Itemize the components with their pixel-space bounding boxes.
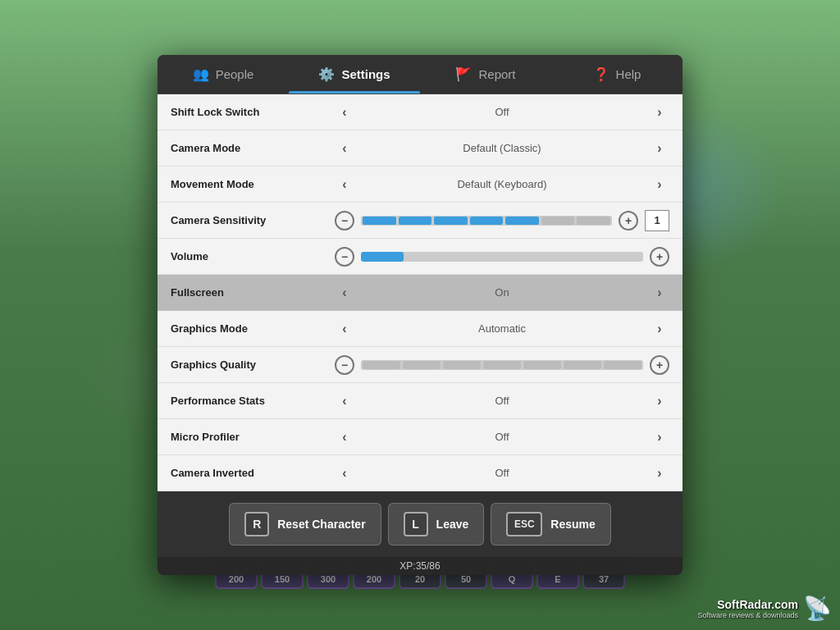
resume-button[interactable]: ESC Resume: [491, 503, 610, 546]
camera-inverted-label: Camera Inverted: [171, 467, 335, 479]
settings-icon: ⚙️: [318, 66, 335, 82]
watermark-title: SoftRadar.com: [697, 598, 798, 611]
fullscreen-label: Fullscreen: [171, 286, 335, 299]
movement-mode-left[interactable]: ‹: [335, 175, 354, 194]
volume-fill: [361, 252, 404, 262]
slider-seg-2: [399, 217, 432, 225]
camera-mode-control: ‹ Default (Classic) ›: [335, 139, 669, 158]
camera-sensitivity-label: Camera Sensitivity: [171, 214, 335, 226]
movement-mode-control: ‹ Default (Keyboard) ›: [335, 175, 669, 194]
watermark-subtitle: Software reviews & downloads: [697, 611, 798, 619]
camera-inverted-value: Off: [361, 467, 643, 479]
xp-text: XP:35/86: [399, 560, 440, 572]
slider-seg-7: [577, 217, 610, 225]
reset-character-label: Reset Character: [277, 518, 365, 531]
movement-mode-right[interactable]: ›: [650, 175, 669, 194]
tab-report[interactable]: 🚩 Report: [420, 55, 551, 94]
volume-increase[interactable]: +: [650, 247, 669, 267]
camera-inverted-left[interactable]: ‹: [335, 463, 354, 483]
setting-fullscreen: Fullscreen ‹ On ›: [158, 275, 682, 311]
graphics-mode-control: ‹ Automatic ›: [335, 319, 669, 339]
micro-profiler-value: Off: [361, 431, 643, 443]
setting-micro-profiler: Micro Profiler ‹ Off ›: [158, 419, 682, 455]
fullscreen-control: ‹ On ›: [335, 283, 669, 303]
camera-sensitivity-increase[interactable]: +: [619, 211, 638, 231]
settings-body: Shift Lock Switch ‹ Off › Camera Mode ‹ …: [158, 94, 682, 491]
performance-stats-control: ‹ Off ›: [335, 391, 669, 411]
tab-settings[interactable]: ⚙️ Settings: [289, 55, 420, 94]
volume-decrease[interactable]: −: [335, 247, 354, 267]
setting-performance-stats: Performance Stats ‹ Off ›: [158, 383, 682, 419]
setting-movement-mode: Movement Mode ‹ Default (Keyboard) ›: [158, 167, 682, 203]
volume-control: − +: [335, 247, 669, 267]
tab-settings-label: Settings: [341, 67, 390, 81]
setting-camera-mode: Camera Mode ‹ Default (Classic) ›: [158, 130, 682, 167]
gq-seg-4: [483, 361, 521, 369]
hotbar-slot-key: E: [555, 574, 560, 584]
camera-sensitivity-control: − + 1: [335, 210, 669, 231]
performance-stats-value: Off: [361, 395, 643, 407]
graphics-quality-increase[interactable]: +: [650, 355, 669, 375]
graphics-quality-label: Graphics Quality: [171, 358, 335, 371]
tab-people[interactable]: 👥 People: [158, 55, 289, 94]
shift-lock-label: Shift Lock Switch: [171, 106, 335, 118]
gq-seg-2: [403, 361, 441, 369]
camera-sensitivity-slider[interactable]: [361, 216, 612, 226]
setting-graphics-mode: Graphics Mode ‹ Automatic ›: [158, 311, 682, 347]
hotbar-level-value: 50: [461, 574, 471, 584]
graphics-quality-slider[interactable]: [361, 360, 643, 370]
hotbar-level-value: 37: [599, 574, 609, 584]
camera-mode-value: Default (Classic): [361, 142, 643, 154]
leave-label: Leave: [436, 518, 469, 531]
movement-mode-value: Default (Keyboard): [361, 178, 643, 190]
gq-seg-7: [604, 361, 641, 369]
shift-lock-control: ‹ Off ›: [335, 103, 669, 122]
performance-stats-left[interactable]: ‹: [335, 391, 354, 411]
leave-button[interactable]: L Leave: [388, 503, 485, 546]
camera-mode-left[interactable]: ‹: [335, 139, 354, 158]
shift-lock-left[interactable]: ‹: [335, 103, 354, 122]
gq-seg-3: [443, 361, 481, 369]
setting-graphics-quality: Graphics Quality − +: [158, 347, 682, 383]
hotbar-slot-value: 200: [229, 574, 244, 584]
fullscreen-left[interactable]: ‹: [335, 283, 354, 303]
setting-camera-sensitivity: Camera Sensitivity − + 1: [158, 203, 682, 239]
hotbar-level-value: 20: [415, 574, 425, 584]
gq-seg-1: [363, 361, 400, 369]
performance-stats-label: Performance Stats: [171, 395, 335, 407]
slider-seg-3: [434, 217, 468, 225]
hotbar-slot-key: Q: [509, 574, 516, 584]
fullscreen-right[interactable]: ›: [650, 283, 669, 303]
setting-shift-lock: Shift Lock Switch ‹ Off ›: [158, 94, 682, 130]
graphics-mode-value: Automatic: [361, 322, 643, 335]
micro-profiler-left[interactable]: ‹: [335, 427, 354, 447]
movement-mode-label: Movement Mode: [171, 178, 335, 190]
graphics-mode-right[interactable]: ›: [650, 319, 669, 339]
graphics-quality-decrease[interactable]: −: [335, 355, 354, 375]
settings-modal: 👥 People ⚙️ Settings 🚩 Report ❓ Help Shi…: [158, 55, 682, 575]
tab-help[interactable]: ❓ Help: [551, 55, 682, 94]
micro-profiler-control: ‹ Off ›: [335, 427, 669, 447]
camera-sensitivity-value: 1: [645, 210, 669, 231]
micro-profiler-right[interactable]: ›: [650, 427, 669, 447]
graphics-mode-left[interactable]: ‹: [335, 319, 354, 339]
hotbar-slot-value: 150: [275, 574, 290, 584]
camera-inverted-right[interactable]: ›: [650, 463, 669, 483]
tab-bar: 👥 People ⚙️ Settings 🚩 Report ❓ Help: [158, 55, 682, 94]
xp-bar: XP:35/86: [158, 557, 682, 575]
volume-label: Volume: [171, 250, 335, 262]
graphics-mode-label: Graphics Mode: [171, 322, 335, 335]
slider-seg-4: [470, 217, 504, 225]
volume-slider[interactable]: [361, 252, 643, 262]
camera-mode-right[interactable]: ›: [650, 139, 669, 158]
watermark: SoftRadar.com Software reviews & downloa…: [697, 595, 832, 622]
performance-stats-right[interactable]: ›: [650, 391, 669, 411]
shift-lock-right[interactable]: ›: [650, 103, 669, 122]
camera-sensitivity-decrease[interactable]: −: [335, 211, 354, 231]
setting-camera-inverted: Camera Inverted ‹ Off ›: [158, 455, 682, 491]
resume-key-badge: ESC: [506, 512, 542, 536]
reset-character-button[interactable]: R Reset Character: [229, 503, 381, 546]
bottom-bar: R Reset Character L Leave ESC Resume: [158, 491, 682, 557]
hotbar-slot-value: 200: [367, 574, 381, 584]
hotbar-slot-value: 300: [321, 574, 336, 584]
